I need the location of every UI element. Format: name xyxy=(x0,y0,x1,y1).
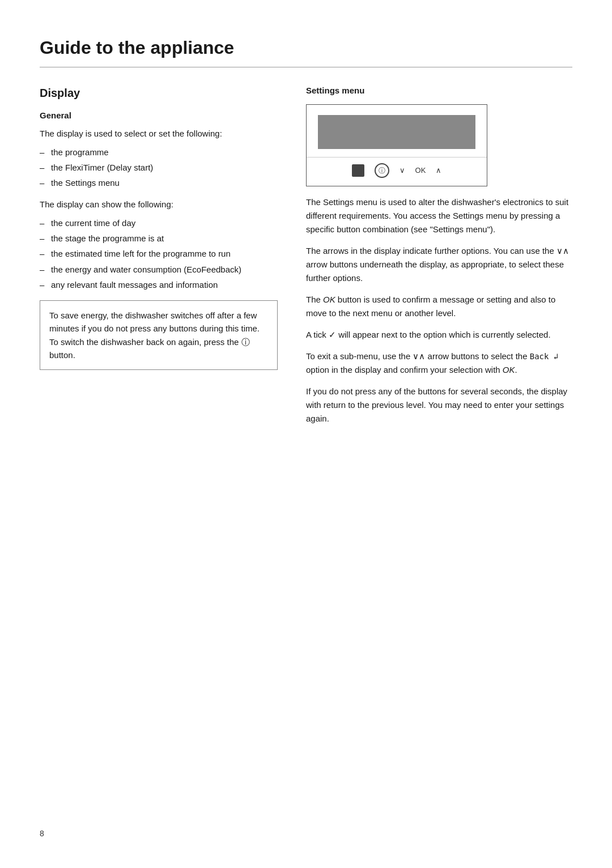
left-column: Display General The display is used to s… xyxy=(40,84,278,433)
list-item: any relevant fault messages and informat… xyxy=(40,278,278,291)
display-buttons-row: ⓘ ∨ OK ∧ xyxy=(307,157,487,186)
ok-button: OK xyxy=(415,165,426,176)
list-item: the Settings menu xyxy=(40,176,278,189)
display-can-show: The display can show the following: xyxy=(40,198,278,211)
general-label: General xyxy=(40,109,278,122)
para2: The arrows in the display indicate furth… xyxy=(306,244,572,285)
list-item: the energy and water consumption (EcoFee… xyxy=(40,263,278,276)
info-box-line1: To save energy, the dishwasher switches … xyxy=(49,309,268,335)
info-box-line2: To switch the dishwasher back on again, … xyxy=(49,335,268,362)
intro-text: The display is used to select or set the… xyxy=(40,127,278,140)
info-box: To save energy, the dishwasher switches … xyxy=(40,300,278,370)
list-item: the stage the programme is at xyxy=(40,232,278,245)
up-arrow-button: ∧ xyxy=(436,165,441,176)
list-item: the FlexiTimer (Delay start) xyxy=(40,161,278,174)
para5: To exit a sub-menu, use the ∨∧ arrow but… xyxy=(306,350,572,377)
display-section-title: Display xyxy=(40,84,278,101)
list-item: the programme xyxy=(40,146,278,159)
para4: A tick ✓ will appear next to the option … xyxy=(306,328,572,342)
page-number: 8 xyxy=(40,828,44,840)
para6: If you do not press any of the buttons f… xyxy=(306,385,572,426)
para3: The OK button is used to confirm a messa… xyxy=(306,293,572,320)
list-item: the current time of day xyxy=(40,216,278,229)
down-arrow-button: ∨ xyxy=(400,165,405,176)
list2: the current time of day the stage the pr… xyxy=(40,216,278,291)
circle-button: ⓘ xyxy=(375,163,389,178)
page-title: Guide to the appliance xyxy=(40,34,572,67)
display-mockup: ⓘ ∨ OK ∧ xyxy=(306,104,487,186)
settings-menu-label: Settings menu xyxy=(306,84,572,97)
list-item: the estimated time left for the programm… xyxy=(40,247,278,260)
display-screen xyxy=(318,115,475,149)
list1: the programme the FlexiTimer (Delay star… xyxy=(40,146,278,190)
right-column: Settings menu ⓘ ∨ OK ∧ The Settings menu… xyxy=(306,84,572,433)
power-button-square xyxy=(352,164,364,177)
para1: The Settings menu is used to alter the d… xyxy=(306,195,572,236)
